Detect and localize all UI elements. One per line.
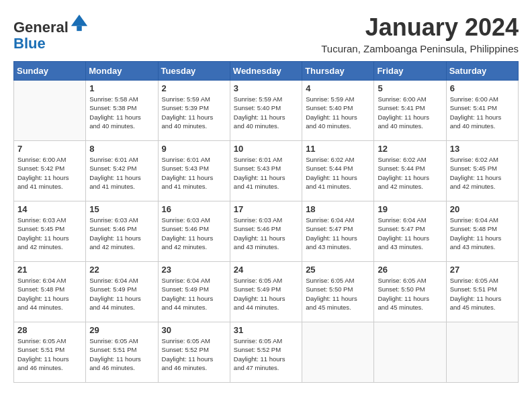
calendar-week-1: 1Sunrise: 5:58 AMSunset: 5:38 PMDaylight… [14, 81, 519, 141]
day-number: 20 [450, 204, 515, 214]
day-number: 27 [450, 265, 515, 275]
day-info: Sunrise: 6:04 AMSunset: 5:49 PMDaylight:… [162, 276, 226, 312]
day-info: Sunrise: 6:00 AMSunset: 5:42 PMDaylight:… [17, 155, 82, 191]
title-block: January 2024 Tucuran, Zamboanga Peninsul… [321, 13, 519, 54]
calendar-cell: 4Sunrise: 5:59 AMSunset: 5:40 PMDaylight… [302, 81, 374, 141]
calendar-cell: 29Sunrise: 6:05 AMSunset: 5:51 PMDayligh… [86, 322, 158, 383]
day-info: Sunrise: 6:03 AMSunset: 5:45 PMDaylight:… [17, 216, 82, 251]
day-number: 18 [306, 204, 370, 214]
calendar-cell: 17Sunrise: 6:03 AMSunset: 5:46 PMDayligh… [230, 201, 302, 262]
day-info: Sunrise: 6:01 AMSunset: 5:42 PMDaylight:… [89, 155, 154, 191]
calendar-cell: 20Sunrise: 6:04 AMSunset: 5:48 PMDayligh… [446, 201, 518, 262]
calendar-cell: 22Sunrise: 6:04 AMSunset: 5:49 PMDayligh… [86, 262, 158, 322]
day-info: Sunrise: 6:03 AMSunset: 5:46 PMDaylight:… [89, 216, 154, 251]
calendar-cell: 21Sunrise: 6:04 AMSunset: 5:48 PMDayligh… [14, 262, 86, 322]
header-saturday: Saturday [446, 62, 518, 81]
calendar-cell: 1Sunrise: 5:58 AMSunset: 5:38 PMDaylight… [86, 81, 158, 141]
day-number: 13 [450, 144, 515, 154]
calendar-cell: 5Sunrise: 6:00 AMSunset: 5:41 PMDaylight… [374, 81, 446, 141]
day-number: 7 [17, 144, 82, 154]
day-info: Sunrise: 6:00 AMSunset: 5:41 PMDaylight:… [378, 95, 442, 130]
day-number: 3 [234, 83, 298, 93]
day-info: Sunrise: 5:59 AMSunset: 5:40 PMDaylight:… [306, 95, 370, 130]
calendar-cell: 24Sunrise: 6:05 AMSunset: 5:49 PMDayligh… [230, 262, 302, 322]
day-number: 15 [89, 204, 154, 214]
day-info: Sunrise: 6:04 AMSunset: 5:47 PMDaylight:… [306, 216, 370, 251]
calendar-cell: 15Sunrise: 6:03 AMSunset: 5:46 PMDayligh… [86, 201, 158, 262]
day-number: 10 [234, 144, 298, 154]
calendar-table: Sunday Monday Tuesday Wednesday Thursday… [13, 61, 519, 383]
calendar-cell: 7Sunrise: 6:00 AMSunset: 5:42 PMDaylight… [14, 141, 86, 201]
header-sunday: Sunday [14, 62, 86, 81]
day-info: Sunrise: 5:59 AMSunset: 5:39 PMDaylight:… [162, 95, 226, 130]
header-friday: Friday [374, 62, 446, 81]
day-number: 29 [89, 325, 154, 335]
day-info: Sunrise: 6:05 AMSunset: 5:49 PMDaylight:… [234, 276, 298, 312]
svg-rect-1 [77, 26, 81, 31]
calendar-cell: 2Sunrise: 5:59 AMSunset: 5:39 PMDaylight… [158, 81, 230, 141]
calendar-week-4: 21Sunrise: 6:04 AMSunset: 5:48 PMDayligh… [14, 262, 519, 322]
calendar-cell: 16Sunrise: 6:03 AMSunset: 5:46 PMDayligh… [158, 201, 230, 262]
calendar-cell: 3Sunrise: 5:59 AMSunset: 5:40 PMDaylight… [230, 81, 302, 141]
header-monday: Monday [86, 62, 158, 81]
day-info: Sunrise: 6:02 AMSunset: 5:44 PMDaylight:… [378, 155, 442, 191]
month-title: January 2024 [321, 13, 519, 42]
calendar-cell: 27Sunrise: 6:05 AMSunset: 5:51 PMDayligh… [446, 262, 518, 322]
day-info: Sunrise: 6:00 AMSunset: 5:41 PMDaylight:… [450, 95, 515, 130]
day-info: Sunrise: 6:05 AMSunset: 5:51 PMDaylight:… [89, 336, 154, 372]
calendar-cell: 28Sunrise: 6:05 AMSunset: 5:51 PMDayligh… [14, 322, 86, 383]
calendar-cell: 26Sunrise: 6:05 AMSunset: 5:50 PMDayligh… [374, 262, 446, 322]
header-tuesday: Tuesday [158, 62, 230, 81]
day-number: 9 [162, 144, 226, 154]
day-number: 11 [306, 144, 370, 154]
day-info: Sunrise: 6:02 AMSunset: 5:44 PMDaylight:… [306, 155, 370, 191]
calendar-cell: 25Sunrise: 6:05 AMSunset: 5:50 PMDayligh… [302, 262, 374, 322]
logo-icon [70, 13, 89, 32]
day-info: Sunrise: 6:03 AMSunset: 5:46 PMDaylight:… [234, 216, 298, 251]
calendar-cell: 31Sunrise: 6:05 AMSunset: 5:52 PMDayligh… [230, 322, 302, 383]
day-info: Sunrise: 6:04 AMSunset: 5:48 PMDaylight:… [450, 216, 515, 251]
day-info: Sunrise: 6:05 AMSunset: 5:50 PMDaylight:… [306, 276, 370, 312]
logo-general-text: General [13, 19, 69, 36]
logo: General Blue [13, 13, 89, 52]
day-number: 16 [162, 204, 226, 214]
day-number: 4 [306, 83, 370, 93]
day-number: 25 [306, 265, 370, 275]
calendar-cell: 10Sunrise: 6:01 AMSunset: 5:43 PMDayligh… [230, 141, 302, 201]
calendar-cell: 19Sunrise: 6:04 AMSunset: 5:47 PMDayligh… [374, 201, 446, 262]
day-number: 1 [89, 83, 154, 93]
day-number: 12 [378, 144, 442, 154]
calendar-cell: 11Sunrise: 6:02 AMSunset: 5:44 PMDayligh… [302, 141, 374, 201]
day-number: 2 [162, 83, 226, 93]
day-info: Sunrise: 6:05 AMSunset: 5:52 PMDaylight:… [234, 336, 298, 372]
day-info: Sunrise: 6:05 AMSunset: 5:52 PMDaylight:… [162, 336, 226, 372]
day-info: Sunrise: 6:02 AMSunset: 5:45 PMDaylight:… [450, 155, 515, 191]
calendar-cell [374, 322, 446, 383]
svg-marker-0 [71, 15, 87, 26]
day-number: 22 [89, 265, 154, 275]
day-info: Sunrise: 6:04 AMSunset: 5:48 PMDaylight:… [17, 276, 82, 312]
calendar-cell: 13Sunrise: 6:02 AMSunset: 5:45 PMDayligh… [446, 141, 518, 201]
calendar-cell: 12Sunrise: 6:02 AMSunset: 5:44 PMDayligh… [374, 141, 446, 201]
day-number: 30 [162, 325, 226, 335]
day-info: Sunrise: 6:05 AMSunset: 5:50 PMDaylight:… [378, 276, 442, 312]
calendar-cell [302, 322, 374, 383]
day-info: Sunrise: 5:58 AMSunset: 5:38 PMDaylight:… [89, 95, 154, 130]
day-info: Sunrise: 6:01 AMSunset: 5:43 PMDaylight:… [162, 155, 226, 191]
logo-blue-text: Blue [13, 35, 46, 52]
calendar-week-2: 7Sunrise: 6:00 AMSunset: 5:42 PMDaylight… [14, 141, 519, 201]
calendar-header-row: Sunday Monday Tuesday Wednesday Thursday… [14, 62, 519, 81]
calendar-cell: 23Sunrise: 6:04 AMSunset: 5:49 PMDayligh… [158, 262, 230, 322]
calendar-cell [14, 81, 86, 141]
day-number: 19 [378, 204, 442, 214]
day-number: 14 [17, 204, 82, 214]
day-info: Sunrise: 6:03 AMSunset: 5:46 PMDaylight:… [162, 216, 226, 251]
day-number: 31 [234, 325, 298, 335]
calendar-cell: 8Sunrise: 6:01 AMSunset: 5:42 PMDaylight… [86, 141, 158, 201]
day-number: 21 [17, 265, 82, 275]
calendar-cell: 30Sunrise: 6:05 AMSunset: 5:52 PMDayligh… [158, 322, 230, 383]
page-header: General Blue January 2024 Tucuran, Zambo… [13, 13, 519, 54]
header-thursday: Thursday [302, 62, 374, 81]
day-number: 17 [234, 204, 298, 214]
location-subtitle: Tucuran, Zamboanga Peninsula, Philippine… [321, 43, 519, 54]
